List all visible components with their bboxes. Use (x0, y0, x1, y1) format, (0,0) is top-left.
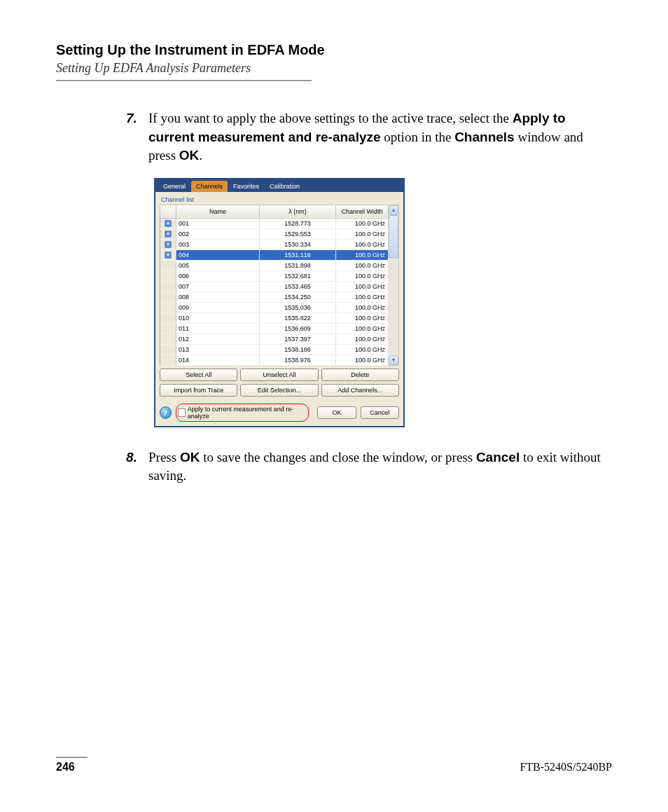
row-marker[interactable] (160, 281, 176, 291)
row-marker[interactable] (160, 260, 176, 270)
row-marker[interactable]: × (160, 249, 176, 260)
cell-lambda: 1533.465 (260, 281, 336, 291)
scroll-up-icon[interactable]: ▲ (389, 205, 398, 215)
table-row[interactable]: ×0011528.773100.0 GHz (160, 218, 389, 228)
apply-reanalyze-checkbox[interactable] (178, 408, 186, 417)
row-marker[interactable]: × (160, 228, 176, 239)
help-icon[interactable]: ? (160, 406, 172, 419)
tab-favorites[interactable]: Favorites (228, 181, 264, 192)
row-marker[interactable] (160, 323, 176, 333)
tab-calibration[interactable]: Calibration (265, 181, 305, 192)
scroll-thumb[interactable] (389, 215, 398, 259)
cell-name: 002 (176, 228, 260, 239)
cell-width: 100.0 GHz (336, 249, 389, 260)
row-marker[interactable] (160, 312, 176, 323)
step-7-b2: Channels (454, 130, 515, 144)
step-8-t1: Press (148, 450, 180, 465)
header-rule (56, 80, 312, 81)
page-model: FTB-5240S/5240BP (520, 761, 612, 773)
page-header-title: Setting Up the Instrument in EDFA Mode (56, 42, 612, 58)
table-row[interactable]: ×0041531.116100.0 GHz (160, 249, 389, 260)
cell-width: 100.0 GHz (336, 281, 389, 291)
tab-channels[interactable]: Channels (191, 181, 228, 192)
row-marker[interactable]: × (160, 218, 176, 228)
step-7-b3: OK (179, 148, 200, 163)
step-8-b1: OK (180, 450, 200, 465)
page-number: 246 (56, 761, 75, 773)
step-8-number: 8. (126, 448, 148, 486)
cell-width: 100.0 GHz (336, 218, 389, 228)
edit-selection-button[interactable]: Edit Selection... (240, 384, 318, 397)
cell-name: 005 (176, 260, 260, 270)
ok-button[interactable]: OK (317, 406, 356, 419)
row-marker[interactable] (160, 333, 176, 344)
table-row[interactable]: 0071533.465100.0 GHz (160, 281, 389, 291)
cell-lambda: 1535.822 (260, 312, 336, 323)
table-row[interactable]: 0141538.976100.0 GHz (160, 355, 389, 365)
cell-name: 012 (176, 333, 260, 344)
table-row[interactable]: ×0031530.334100.0 GHz (160, 239, 389, 249)
table-scrollbar[interactable]: ▲ ▼ (389, 205, 399, 366)
cell-width: 100.0 GHz (336, 344, 389, 355)
step-8-text: Press OK to save the changes and close t… (148, 448, 612, 486)
row-marker[interactable] (160, 291, 176, 302)
cell-width: 100.0 GHz (336, 239, 389, 249)
row-marker[interactable]: × (160, 239, 176, 249)
cell-name: 013 (176, 344, 260, 355)
cell-lambda: 1528.773 (260, 218, 336, 228)
page-footer: 246 FTB-5240S/5240BP (56, 761, 612, 773)
cell-lambda: 1531.898 (260, 260, 336, 270)
cell-width: 100.0 GHz (336, 312, 389, 323)
row-marker[interactable] (160, 344, 176, 355)
cell-width: 100.0 GHz (336, 323, 389, 333)
cell-name: 007 (176, 281, 260, 291)
import-from-trace-button[interactable]: Import from Trace (160, 384, 237, 397)
col-lambda: λ (nm) (260, 205, 336, 218)
row-marker[interactable] (160, 355, 176, 365)
cell-name: 008 (176, 291, 260, 302)
cell-lambda: 1538.976 (260, 355, 336, 365)
row-marker[interactable] (160, 302, 176, 312)
channel-table[interactable]: Name λ (nm) Channel Width ×0011528.77310… (160, 205, 389, 366)
cell-name: 003 (176, 239, 260, 249)
cell-name: 010 (176, 312, 260, 323)
table-row[interactable]: 0051531.898100.0 GHz (160, 260, 389, 270)
scroll-down-icon[interactable]: ▼ (389, 355, 398, 365)
channel-list-label: Channel list (160, 195, 399, 205)
step-8-b2: Cancel (476, 450, 520, 465)
cell-lambda: 1538.186 (260, 344, 336, 355)
cell-width: 100.0 GHz (336, 302, 389, 312)
step-7-t2: option in the (381, 130, 455, 144)
dialog-tabs: General Channels Favorites Calibration (155, 179, 403, 192)
cell-name: 014 (176, 355, 260, 365)
col-name: Name (176, 205, 260, 218)
table-row[interactable]: 0091535.036100.0 GHz (160, 302, 389, 312)
step-7-t1: If you want to apply the above settings … (148, 111, 513, 125)
apply-reanalyze-label: Apply to current measurement and re-anal… (188, 406, 305, 420)
cell-name: 001 (176, 218, 260, 228)
table-row[interactable]: 0111536.609100.0 GHz (160, 323, 389, 333)
cancel-button[interactable]: Cancel (361, 406, 399, 419)
tab-general[interactable]: General (158, 181, 190, 192)
cell-width: 100.0 GHz (336, 260, 389, 270)
table-row[interactable]: 0131538.186100.0 GHz (160, 344, 389, 355)
table-row[interactable]: 0061532.681100.0 GHz (160, 270, 389, 281)
step-7-text: If you want to apply the above settings … (148, 109, 612, 165)
cell-name: 006 (176, 270, 260, 281)
step-7-number: 7. (126, 109, 148, 165)
unselect-all-button[interactable]: Unselect All (240, 369, 318, 381)
table-row[interactable]: 0081534.250100.0 GHz (160, 291, 389, 302)
table-row[interactable]: ×0021529.553100.0 GHz (160, 228, 389, 239)
x-icon: × (165, 241, 172, 248)
add-channels-button[interactable]: Add Channels... (321, 384, 399, 397)
step-8: 8. Press OK to save the changes and clos… (126, 448, 612, 486)
table-row[interactable]: 0101535.822100.0 GHz (160, 312, 389, 323)
cell-name: 004 (176, 249, 260, 260)
row-marker[interactable] (160, 270, 176, 281)
cell-width: 100.0 GHz (336, 333, 389, 344)
select-all-button[interactable]: Select All (160, 369, 237, 381)
table-row[interactable]: 0121537.397100.0 GHz (160, 333, 389, 344)
delete-button[interactable]: Delete (321, 369, 399, 381)
cell-width: 100.0 GHz (336, 291, 389, 302)
cell-lambda: 1529.553 (260, 228, 336, 239)
